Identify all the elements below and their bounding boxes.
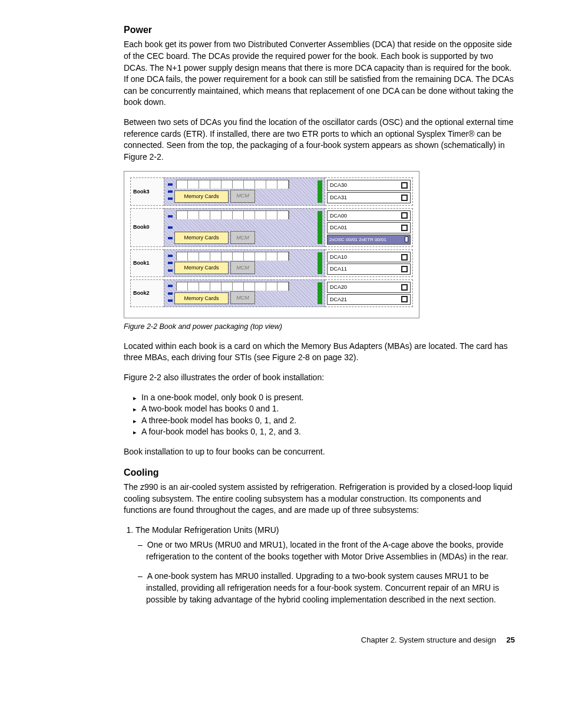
- osc-etr-module: 2xOSC 00/01 2xETR 00/01: [327, 235, 411, 245]
- install-order-list: In a one-book model, only book 0 is pres…: [124, 392, 515, 438]
- dca-module: DCA11: [327, 263, 411, 275]
- dca-plug-icon: [401, 296, 408, 302]
- book-label: Book0: [130, 208, 164, 247]
- book-body: Memory CardsMCM: [164, 249, 325, 277]
- green-strip-icon: [318, 252, 322, 274]
- page-footer: Chapter 2. System structure and design 2…: [35, 635, 527, 645]
- dca-module: DCA31: [327, 192, 411, 203]
- book-label: Book3: [130, 177, 164, 205]
- dca-module: DCA01: [327, 222, 411, 233]
- dca-module: DCA30: [327, 180, 411, 191]
- mcm-label: MCM: [230, 190, 255, 203]
- connector-icon: [168, 211, 173, 244]
- power-para1: Each book get its power from two Distrib…: [124, 39, 515, 108]
- osc-plug-icon: [405, 236, 408, 242]
- cooling-sub1: One or two MRUs (MRU0 and MRU1), located…: [146, 539, 515, 562]
- green-strip-icon: [318, 180, 322, 202]
- book-body: Memory CardsMCM: [164, 279, 325, 307]
- dca-module: DCA20: [327, 282, 411, 293]
- book-row: Book0Memory CardsMCMDCA00DCA012xOSC 00/0…: [130, 208, 413, 247]
- figure-2-2: Book3Memory CardsMCMDCA30DCA31Book0Memor…: [124, 171, 419, 318]
- slot-bar: [176, 180, 289, 189]
- green-strip-icon: [318, 282, 322, 304]
- slot-bar: [176, 252, 289, 261]
- heading-cooling: Cooling: [124, 466, 515, 479]
- mcm-label: MCM: [230, 231, 255, 244]
- dca-plug-icon: [401, 254, 408, 261]
- mcm-label: MCM: [230, 261, 255, 274]
- footer-page-number: 25: [507, 635, 515, 644]
- slot-bar: [176, 282, 289, 291]
- dca-plug-icon: [401, 225, 408, 231]
- cooling-ol: The Modular Refrigeration Units (MRU) On…: [124, 525, 515, 606]
- dca-plug-icon: [401, 266, 408, 272]
- connector-icon: [168, 282, 173, 304]
- footer-chapter: Chapter 2. System structure and design: [361, 635, 496, 644]
- install-order-item: A four-book model has books 0, 1, 2, and…: [133, 426, 515, 438]
- cooling-sublist: One or two MRUs (MRU0 and MRU1), located…: [135, 539, 515, 605]
- after-fig-para3: Book installation to up to four books ca…: [124, 446, 515, 458]
- heading-power: Power: [124, 24, 515, 37]
- after-fig-para2: Figure 2-2 also illustrates the order of…: [124, 372, 515, 384]
- book-body: Memory CardsMCM: [164, 177, 325, 205]
- dca-column: DCA30DCA31: [325, 177, 413, 205]
- dca-column: DCA10DCA11: [325, 249, 413, 277]
- green-strip-icon: [318, 211, 322, 244]
- memory-cards-label: Memory Cards: [174, 232, 229, 244]
- cooling-ol-item1: The Modular Refrigeration Units (MRU): [135, 525, 279, 535]
- after-fig-para1: Located within each book is a card on wh…: [124, 341, 515, 364]
- book-row: Book3Memory CardsMCMDCA30DCA31: [130, 177, 413, 205]
- dca-module: DCA00: [327, 210, 411, 222]
- dca-plug-icon: [401, 212, 408, 219]
- dca-column: DCA00DCA012xOSC 00/01 2xETR 00/01: [325, 208, 413, 247]
- dca-module: DCA21: [327, 294, 411, 305]
- memory-cards-label: Memory Cards: [174, 292, 229, 305]
- book-body: Memory CardsMCM: [164, 208, 325, 247]
- install-order-item: A two-book model has books 0 and 1.: [133, 403, 515, 415]
- memory-cards-label: Memory Cards: [174, 190, 229, 203]
- dca-plug-icon: [401, 195, 408, 201]
- slot-bar: [176, 210, 289, 219]
- book-row: Book2Memory CardsMCMDCA20DCA21: [130, 279, 413, 307]
- connector-icon: [168, 252, 173, 274]
- install-order-item: In a one-book model, only book 0 is pres…: [133, 392, 515, 404]
- cooling-sub2: A one-book system has MRU0 installed. Up…: [146, 571, 515, 605]
- install-order-item: A three-book model has books 0, 1, and 2…: [133, 415, 515, 427]
- connector-icon: [168, 180, 173, 202]
- figure-caption: Figure 2-2 Book and power packaging (top…: [124, 322, 515, 332]
- dca-plug-icon: [401, 284, 408, 291]
- power-para2: Between two sets of DCAs you find the lo…: [124, 117, 515, 163]
- book-row: Book1Memory CardsMCMDCA10DCA11: [130, 249, 413, 277]
- book-label: Book1: [130, 249, 164, 277]
- memory-cards-label: Memory Cards: [174, 262, 229, 274]
- cooling-para1: The z990 is an air-cooled system assiste…: [124, 482, 515, 516]
- dca-plug-icon: [401, 182, 408, 189]
- dca-column: DCA20DCA21: [325, 279, 413, 307]
- book-label: Book2: [130, 279, 164, 307]
- dca-module: DCA10: [327, 252, 411, 263]
- mcm-label: MCM: [230, 291, 255, 304]
